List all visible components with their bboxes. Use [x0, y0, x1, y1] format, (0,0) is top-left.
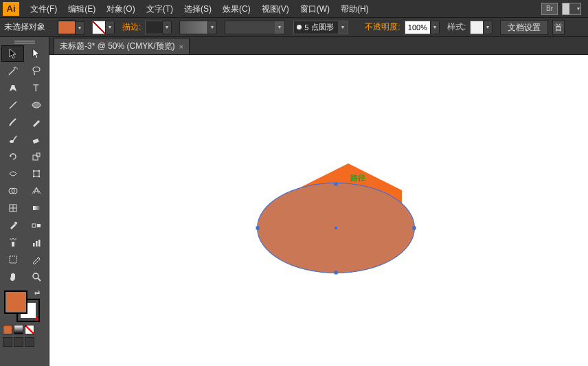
fill-dropdown[interactable]: ▾: [75, 21, 84, 35]
path-label: 路径: [350, 173, 365, 183]
stroke-style-dropdown[interactable]: ▾: [207, 21, 217, 34]
graphic-style-dropdown[interactable]: ▾: [483, 21, 493, 34]
document-area: 未标题-3* @ 50% (CMYK/预览) × 路径: [49, 37, 588, 366]
draw-inside-icon[interactable]: [25, 337, 34, 347]
menu-select[interactable]: 选择(S): [179, 0, 217, 18]
menu-file[interactable]: 文件(F): [25, 0, 63, 18]
hand-tool[interactable]: [1, 268, 24, 285]
stroke-label: 描边:: [122, 21, 141, 33]
document-tab[interactable]: 未标题-3* @ 50% (CMYK/预览) ×: [54, 38, 190, 54]
menu-object[interactable]: 对象(O): [101, 0, 140, 18]
free-transform-tool[interactable]: [25, 165, 47, 182]
anchor-point-right[interactable]: [413, 227, 416, 230]
stroke-weight-dropdown[interactable]: ▾: [162, 21, 172, 34]
svg-point-3: [32, 102, 41, 108]
svg-point-0: [33, 67, 40, 72]
stroke-dropdown[interactable]: ▾: [105, 21, 115, 34]
symbol-sprayer-tool[interactable]: [1, 234, 24, 251]
svg-point-24: [15, 238, 16, 240]
paintbrush-tool[interactable]: [1, 114, 24, 130]
preferences-button-truncated[interactable]: 首: [552, 20, 565, 35]
svg-point-29: [33, 273, 38, 279]
direct-selection-tool[interactable]: [25, 45, 47, 62]
stroke-none-swatch[interactable]: ▾: [92, 21, 106, 34]
eraser-tool[interactable]: [25, 131, 47, 148]
brush-name: 点圆形: [311, 22, 334, 32]
zoom-tool[interactable]: [25, 268, 47, 285]
rotate-tool[interactable]: [1, 148, 24, 165]
opacity-dropdown[interactable]: ▾: [430, 21, 440, 34]
opacity-value: 100%: [408, 23, 427, 32]
menu-type[interactable]: 文字(T): [141, 0, 179, 18]
magic-wand-tool[interactable]: [1, 62, 24, 79]
menu-window[interactable]: 窗口(W): [295, 0, 335, 18]
brush-dot-icon: [297, 25, 302, 30]
brush-field[interactable]: 5 点圆形 ▾: [293, 21, 348, 34]
stroke-weight-field[interactable]: ▾: [145, 21, 163, 34]
menu-help[interactable]: 帮助(H): [335, 0, 374, 18]
fill-stroke-indicator[interactable]: ⇄: [3, 289, 40, 322]
panel-grip[interactable]: [0, 38, 49, 44]
pencil-tool[interactable]: [25, 114, 47, 130]
svg-rect-18: [33, 206, 40, 210]
width-tool[interactable]: [1, 165, 24, 182]
svg-rect-26: [36, 241, 38, 247]
line-segment-tool[interactable]: [1, 97, 24, 113]
color-mode-solid[interactable]: [3, 325, 12, 334]
menu-view[interactable]: 视图(V): [256, 0, 295, 18]
shape-builder-tool[interactable]: [1, 183, 24, 199]
lasso-tool[interactable]: [25, 62, 47, 79]
draw-normal-icon[interactable]: [3, 337, 12, 347]
stroke-style-swatch[interactable]: ▾: [179, 21, 208, 34]
opacity-field[interactable]: 100% ▾: [405, 21, 431, 34]
svg-line-30: [38, 278, 41, 281]
svg-rect-8: [34, 171, 39, 176]
slice-tool[interactable]: [25, 251, 47, 268]
menu-right: Br: [541, 3, 585, 15]
graphic-style-swatch[interactable]: ▾: [470, 21, 484, 34]
eyedropper-tool[interactable]: [1, 217, 24, 233]
document-tab-title: 未标题-3* @ 50% (CMYK/预览): [60, 41, 175, 52]
perspective-grid-tool[interactable]: [25, 183, 47, 199]
variable-width-dropdown[interactable]: ▾: [275, 21, 284, 34]
scale-tool[interactable]: [25, 148, 47, 165]
svg-point-12: [38, 176, 39, 177]
svg-point-9: [32, 170, 34, 172]
anchor-point-top[interactable]: [335, 183, 338, 186]
menu-effect[interactable]: 效果(C): [217, 0, 256, 18]
anchor-point-left[interactable]: [256, 227, 260, 230]
type-tool[interactable]: T: [25, 80, 47, 96]
artboard-tool[interactable]: [1, 251, 24, 268]
control-bar: 未选择对象 ▾ ▾ 描边: ▾ ▾ ▾ 5 点圆形 ▾ 不透明度: 100% ▾…: [0, 18, 588, 37]
document-setup-button[interactable]: 文档设置: [500, 20, 548, 35]
column-graph-tool[interactable]: [25, 234, 47, 251]
menu-edit[interactable]: 编辑(E): [63, 0, 101, 18]
blend-tool[interactable]: [25, 217, 47, 233]
fill-indicator[interactable]: [4, 290, 27, 314]
swap-fill-stroke-icon[interactable]: ⇄: [34, 289, 40, 297]
color-mode-row: [0, 325, 49, 337]
document-tabs: 未标题-3* @ 50% (CMYK/预览) ×: [49, 37, 588, 55]
selection-label: 未选择对象: [4, 21, 45, 33]
svg-rect-20: [32, 224, 36, 227]
selection-tool[interactable]: [1, 45, 24, 62]
close-tab-icon[interactable]: ×: [179, 43, 183, 51]
pen-tool[interactable]: [1, 80, 24, 96]
draw-behind-icon[interactable]: [14, 337, 23, 347]
svg-rect-27: [38, 240, 41, 247]
screen-mode-row: [0, 337, 49, 350]
workspace-switcher[interactable]: [562, 3, 581, 15]
canvas[interactable]: 路径: [49, 55, 588, 366]
svg-line-2: [10, 102, 16, 108]
ellipse-tool[interactable]: [25, 97, 47, 113]
brush-dropdown[interactable]: ▾: [338, 21, 348, 34]
blob-brush-tool[interactable]: [1, 131, 24, 148]
variable-width-profile[interactable]: ▾: [225, 21, 285, 34]
anchor-point-bottom[interactable]: [335, 271, 338, 275]
fill-swatch[interactable]: ▾: [58, 21, 76, 34]
mesh-tool[interactable]: [1, 200, 24, 216]
color-mode-gradient[interactable]: [14, 325, 23, 334]
color-mode-none[interactable]: [25, 325, 34, 334]
bridge-button[interactable]: Br: [541, 3, 558, 15]
gradient-tool[interactable]: [25, 200, 47, 216]
